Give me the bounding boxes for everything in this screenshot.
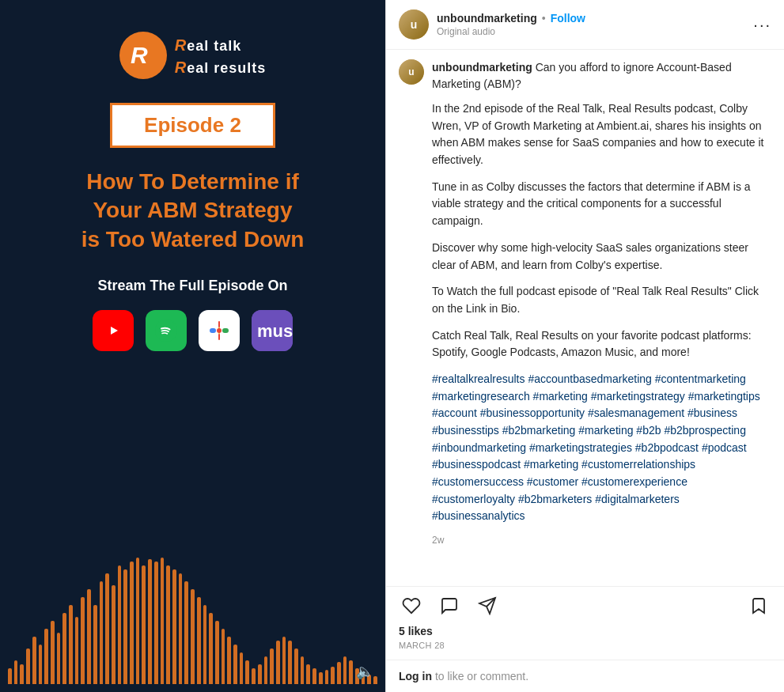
google-podcasts-icon [199, 310, 240, 351]
bookmark-button[interactable] [746, 593, 771, 618]
more-options-button[interactable]: ··· [747, 16, 771, 34]
caption-first-para: unboundmarketing Can you afford to ignor… [432, 59, 771, 93]
caption-para1: In the 2nd episode of the Real Talk, Rea… [432, 100, 771, 169]
svg-text:R: R [131, 42, 148, 68]
audio-waveform [0, 550, 385, 692]
share-button[interactable] [475, 593, 500, 618]
spotify-icon [146, 310, 187, 351]
svg-rect-5 [218, 321, 220, 327]
actions-bar: 5 likes March 28 [386, 586, 784, 660]
logo-circle: R [119, 32, 167, 79]
likes-count: 5 likes [399, 625, 771, 637]
logo-line1: Real talk [175, 33, 267, 55]
post-media-panel: R Real talk Real results Episode 2 How T… [0, 0, 385, 692]
post-header: u unboundmarketing • Follow Original aud… [386, 0, 784, 50]
caption-para3: Discover why some high-velocity SaaS sal… [432, 240, 771, 274]
action-icons [399, 593, 771, 618]
login-bar: Log in to like or comment. [386, 660, 784, 692]
platform-icons: music [93, 310, 293, 351]
caption-para5: Catch Real Talk, Real Results on your fa… [432, 327, 771, 361]
caption-username[interactable]: unboundmarketing [432, 61, 532, 74]
hashtags: #realtalkrealresults #accountbasedmarket… [432, 371, 771, 525]
header-text: unboundmarketing • Follow Original audio [437, 12, 747, 37]
caption-para4: To Watch the full podcast episode of "Re… [432, 283, 771, 317]
caption-avatar-image: u [399, 59, 424, 85]
amazon-music-icon: music [252, 310, 293, 351]
post-date: March 28 [399, 641, 771, 650]
podcast-logo: R Real talk Real results [119, 32, 267, 79]
svg-text:music: music [257, 321, 293, 341]
login-link[interactable]: Log in [399, 670, 432, 683]
post-username[interactable]: unboundmarketing [437, 12, 537, 25]
avatar: u [399, 9, 429, 40]
caption-row: u unboundmarketing Can you afford to ign… [399, 59, 771, 552]
avatar-image: u [399, 9, 429, 40]
svg-rect-6 [218, 334, 220, 340]
comment-button[interactable] [437, 593, 462, 618]
logo-text: Real talk Real results [175, 33, 267, 78]
hashtag-text[interactable]: #realtalkrealresults #accountbasedmarket… [432, 372, 760, 523]
main-title: How To Determine if Your ABM Strategy is… [81, 168, 305, 254]
logo-line2: Real results [175, 55, 267, 78]
caption-area: u unboundmarketing Can you afford to ign… [386, 50, 784, 586]
login-suffix: to like or comment. [432, 670, 528, 683]
follow-button[interactable]: Follow [551, 12, 585, 25]
original-audio-label[interactable]: Original audio [437, 26, 747, 37]
caption-avatar: u [399, 59, 424, 85]
volume-icon: 🔈 [356, 663, 373, 680]
caption-text-block: unboundmarketing Can you afford to ignor… [432, 59, 771, 552]
post-timestamp: 2w [432, 535, 771, 546]
post-detail-panel: u unboundmarketing • Follow Original aud… [385, 0, 784, 692]
svg-rect-7 [210, 328, 216, 333]
youtube-icon [93, 310, 134, 351]
caption-para2: Tune in as Colby discusses the factors t… [432, 179, 771, 230]
svg-rect-8 [222, 328, 229, 333]
header-top-row: unboundmarketing • Follow [437, 12, 747, 25]
stream-text: Stream The Full Episode On [97, 278, 287, 294]
episode-badge: Episode 2 [110, 103, 275, 148]
like-button[interactable] [399, 593, 424, 618]
svg-point-10 [217, 328, 222, 333]
episode-label: Episode 2 [144, 113, 241, 137]
dot-separator: • [542, 12, 546, 25]
